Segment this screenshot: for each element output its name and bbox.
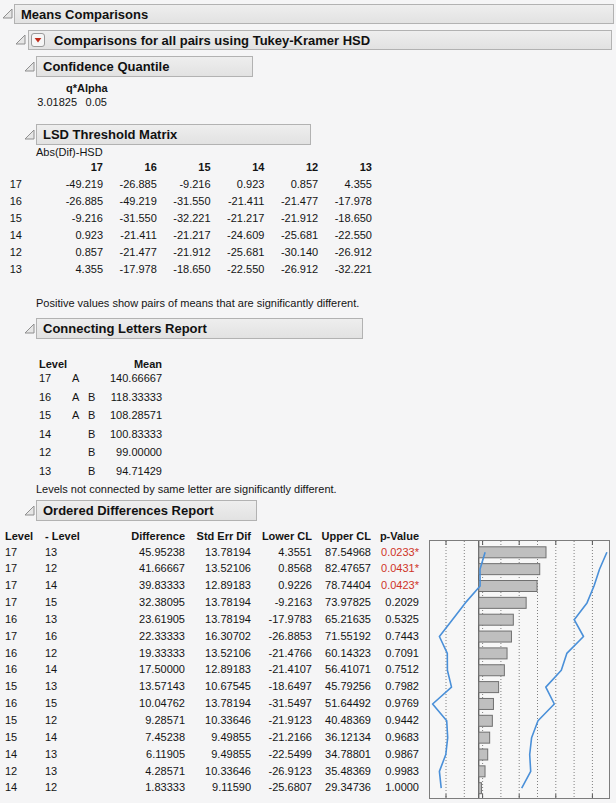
table-row: 12B99.00000 (39, 446, 162, 460)
disclosure-triangle-icon[interactable] (24, 129, 35, 140)
lower-cl-cell: -22.5499 (251, 748, 312, 762)
table-row: 171345.9523813.781944.355187.549680.0233… (5, 546, 419, 560)
table-cell: -21.477 (103, 246, 157, 260)
column-header: Std Err Dif (185, 530, 251, 544)
mean-value: 108.28571 (104, 409, 162, 423)
table-cell: -18.650 (157, 263, 211, 277)
row-label: 15 (0, 212, 22, 226)
table-cell: 0.923 (211, 178, 265, 192)
row-label: 17 (39, 372, 72, 386)
lower-cl-cell: -21.9123 (251, 714, 312, 728)
difference-bar (479, 715, 493, 726)
table-cell: 4.355 (318, 178, 372, 192)
outline-means-comparisons[interactable]: Means Comparisons (14, 4, 614, 24)
disclosure-triangle-icon[interactable] (2, 8, 13, 19)
difference-cell: 32.38095 (106, 596, 185, 610)
disclosure-triangle-icon[interactable] (15, 34, 26, 45)
table-row: 161510.0476213.78194-31.549751.644920.97… (5, 697, 419, 711)
p-value-cell: 0.0233* (371, 546, 419, 560)
lower-cl-cell: -21.4766 (251, 647, 312, 661)
upper-cl-cell: 65.21635 (312, 613, 371, 627)
level2-cell: 15 (45, 697, 106, 711)
table-cell: -31.550 (157, 195, 211, 209)
table-cell: -18.650 (318, 212, 372, 226)
p-value-cell: 0.0431* (371, 562, 419, 576)
lsd-matrix-label: Abs(Dif)-HSD (36, 146, 103, 158)
table-row: 161323.6190513.78194-17.978365.216350.53… (5, 613, 419, 627)
lower-cl-cell: 0.8568 (251, 562, 312, 576)
p-value-cell: 0.0423* (371, 579, 419, 593)
mean-value: 100.83333 (104, 428, 162, 442)
difference-cell: 19.33333 (106, 647, 185, 661)
table-row: 161219.3333313.52106-21.476660.143230.70… (5, 647, 419, 661)
level-cell: 14 (5, 748, 45, 762)
table-row: 12134.2857110.33646-26.912335.483690.998… (5, 765, 419, 779)
level-cell: 16 (5, 613, 45, 627)
upper-cl-cell: 78.74404 (312, 579, 371, 593)
lower-cl-cell: -21.2166 (251, 731, 312, 745)
outline-connecting-letters[interactable]: Connecting Letters Report (36, 318, 363, 339)
table-cell: -30.140 (264, 246, 318, 260)
table-row: 16AB118.33333 (39, 391, 162, 405)
mean-value: 99.00000 (104, 446, 162, 460)
column-header: 13 (318, 161, 372, 175)
disclosure-triangle-icon[interactable] (24, 323, 35, 334)
upper-cl-cell: 35.48369 (312, 765, 371, 779)
p-value-cell: 0.9442 (371, 714, 419, 728)
difference-bar (479, 614, 514, 625)
disclosure-triangle-icon[interactable] (24, 61, 35, 72)
upper-cl-cell: 73.97825 (312, 596, 371, 610)
level2-cell: 13 (45, 613, 106, 627)
outline-ordered-differences[interactable]: Ordered Differences Report (36, 500, 257, 521)
row-label: 16 (39, 391, 72, 405)
column-header: 12 (264, 161, 318, 175)
disclosure-triangle-icon[interactable] (24, 505, 35, 516)
column-header: Alpha (77, 82, 107, 96)
difference-cell: 10.04762 (106, 697, 185, 711)
table-cell: -21.912 (157, 246, 211, 260)
difference-cell: 1.83333 (106, 781, 185, 795)
stderr-cell: 13.78194 (185, 613, 251, 627)
difference-bar (479, 783, 482, 794)
stderr-cell: 10.67545 (185, 680, 251, 694)
table-cell: 0.857 (264, 178, 318, 192)
table-row: 15129.2857110.33646-21.912340.483690.944… (5, 714, 419, 728)
table-row: 14121.833339.11590-25.680729.347361.0000 (5, 781, 419, 795)
level2-cell: 12 (45, 562, 106, 576)
red-triangle-menu-icon[interactable] (31, 33, 45, 47)
upper-cl-cell: 45.79256 (312, 680, 371, 694)
table-cell: 0.857 (22, 246, 103, 260)
row-label: 15 (39, 409, 72, 423)
letter-a: A (72, 409, 88, 423)
table-cell: -49.219 (22, 178, 103, 192)
table-row: 151313.5714310.67545-18.649745.792560.79… (5, 680, 419, 694)
difference-cell: 4.28571 (106, 765, 185, 779)
letter-b: B (88, 391, 104, 405)
stderr-cell: 13.78194 (185, 697, 251, 711)
table-cell: -49.219 (103, 195, 157, 209)
difference-bar (479, 597, 526, 608)
stderr-cell: 9.11590 (185, 781, 251, 795)
upper-cl-cell: 87.54968 (312, 546, 371, 560)
outline-title: Comparisons for all pairs using Tukey-Kr… (54, 33, 370, 48)
table-row: 134.355-17.978-18.650-22.550-26.912-32.2… (0, 263, 372, 277)
table-row: 140.923-21.411-21.217-24.609-25.681-22.5… (0, 229, 372, 243)
stderr-cell: 9.49855 (185, 731, 251, 745)
level-cell: 17 (5, 562, 45, 576)
row-label: 13 (39, 465, 72, 479)
outline-confidence-quantile[interactable]: Confidence Quantile (36, 56, 253, 77)
table-row: 14136.119059.49855-22.549934.788010.9867 (5, 748, 419, 762)
outline-tukey-kramer[interactable]: Comparisons for all pairs using Tukey-Kr… (28, 30, 612, 50)
outline-lsd-threshold-matrix[interactable]: LSD Threshold Matrix (36, 124, 311, 145)
level2-cell: 13 (45, 680, 106, 694)
level-cell: 17 (5, 630, 45, 644)
p-value-cell: 0.7443 (371, 630, 419, 644)
table-row: 17A140.66667 (39, 372, 162, 386)
stderr-cell: 13.78194 (185, 596, 251, 610)
letter-b: B (88, 428, 104, 442)
letter-a (72, 446, 88, 460)
difference-cell: 6.11905 (106, 748, 185, 762)
row-label: 14 (0, 229, 22, 243)
jmp-means-comparisons-report: Means Comparisons Comparisons for all pa… (0, 0, 616, 803)
mean-value: 94.71429 (104, 465, 162, 479)
